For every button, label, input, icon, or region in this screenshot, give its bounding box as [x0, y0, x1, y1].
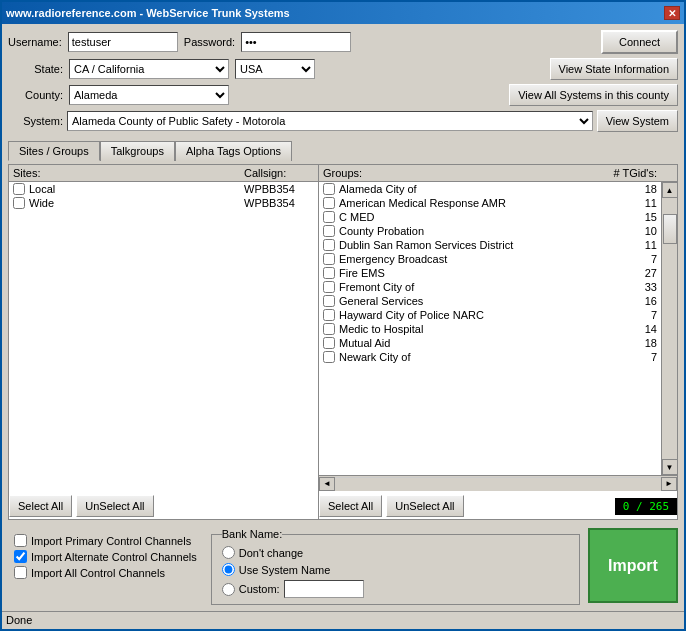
county-label: County: [8, 89, 63, 101]
group-checkbox[interactable] [323, 197, 335, 209]
system-select[interactable]: Alameda County of Public Safety - Motoro… [67, 111, 593, 131]
groups-scrollbar[interactable]: ▲ ▼ [661, 182, 677, 475]
all-channels-label: Import All Control Channels [31, 567, 165, 579]
bank-use-system-radio[interactable] [222, 563, 235, 576]
group-name: Mutual Aid [339, 337, 622, 349]
scroll-thumb[interactable] [663, 214, 677, 244]
group-checkbox[interactable] [323, 253, 335, 265]
group-list-item[interactable]: Newark City of 7 [319, 350, 661, 364]
alternate-channels-label: Import Alternate Control Channels [31, 551, 197, 563]
scroll-down-arrow[interactable]: ▼ [662, 459, 678, 475]
tab-sites-groups[interactable]: Sites / Groups [8, 141, 100, 161]
group-name: Medic to Hospital [339, 323, 622, 335]
username-input[interactable] [68, 32, 178, 52]
group-list-item[interactable]: Hayward City of Police NARC 7 [319, 308, 661, 322]
group-checkbox[interactable] [323, 295, 335, 307]
view-state-button[interactable]: View State Information [550, 58, 678, 80]
state-label: State: [8, 63, 63, 75]
group-tgid: 18 [622, 337, 657, 349]
group-checkbox[interactable] [323, 323, 335, 335]
sites-list: Local WPBB354 Wide WPBB354 [9, 182, 318, 491]
group-tgid: 11 [622, 239, 657, 251]
county-select[interactable]: Alameda [69, 85, 229, 105]
group-tgid: 18 [622, 183, 657, 195]
group-name: Fire EMS [339, 267, 622, 279]
import-options-group: Import Primary Control Channels Import A… [8, 528, 203, 585]
tgid-counter: 0 / 265 [615, 498, 677, 515]
group-list-item[interactable]: Fire EMS 27 [319, 266, 661, 280]
scroll-left-arrow[interactable]: ◄ [319, 477, 335, 491]
group-list-item[interactable]: Dublin San Ramon Services District 11 [319, 238, 661, 252]
groups-unselect-all-button[interactable]: UnSelect All [386, 495, 463, 517]
site-checkbox[interactable] [13, 183, 25, 195]
all-channels-row: Import All Control Channels [14, 566, 197, 579]
group-list-item[interactable]: Medic to Hospital 14 [319, 322, 661, 336]
group-name: Alameda City of [339, 183, 622, 195]
groups-list: Alameda City of 18 American Medical Resp… [319, 182, 661, 475]
site-callsign: WPBB354 [244, 197, 314, 209]
bank-custom-radio[interactable] [222, 583, 235, 596]
group-checkbox[interactable] [323, 337, 335, 349]
sites-unselect-all-button[interactable]: UnSelect All [76, 495, 153, 517]
bank-use-system-row: Use System Name [222, 563, 569, 576]
sites-header: Sites: Callsign: [9, 165, 318, 182]
primary-channels-checkbox[interactable] [14, 534, 27, 547]
group-list-item[interactable]: General Services 16 [319, 294, 661, 308]
group-list-item[interactable]: Mutual Aid 18 [319, 336, 661, 350]
group-checkbox[interactable] [323, 267, 335, 279]
group-checkbox[interactable] [323, 281, 335, 293]
groups-hscrollbar[interactable]: ◄ ► [319, 475, 677, 491]
alternate-channels-row: Import Alternate Control Channels [14, 550, 197, 563]
group-checkbox[interactable] [323, 239, 335, 251]
group-checkbox[interactable] [323, 351, 335, 363]
sites-col-header: Sites: [13, 167, 244, 179]
password-input[interactable] [241, 32, 351, 52]
view-system-button[interactable]: View System [597, 110, 678, 132]
tab-alpha-tags[interactable]: Alpha Tags Options [175, 141, 292, 161]
bank-use-system-label: Use System Name [239, 564, 331, 576]
group-checkbox[interactable] [323, 309, 335, 321]
group-list-item[interactable]: American Medical Response AMR 11 [319, 196, 661, 210]
country-select[interactable]: USA [235, 59, 315, 79]
scroll-up-arrow[interactable]: ▲ [662, 182, 678, 198]
bank-dont-change-radio[interactable] [222, 546, 235, 559]
group-checkbox[interactable] [323, 183, 335, 195]
group-list-item[interactable]: Fremont City of 33 [319, 280, 661, 294]
bank-custom-input[interactable] [284, 580, 364, 598]
window-title: www.radioreference.com - WebService Trun… [6, 7, 290, 19]
group-name: Dublin San Ramon Services District [339, 239, 622, 251]
group-list-item[interactable]: C MED 15 [319, 210, 661, 224]
scroll-right-arrow[interactable]: ► [661, 477, 677, 491]
group-checkbox[interactable] [323, 211, 335, 223]
groups-col-header: Groups: [323, 167, 607, 179]
connect-button[interactable]: Connect [601, 30, 678, 54]
tgid-col-header: # TGid's: [607, 167, 657, 179]
group-tgid: 16 [622, 295, 657, 307]
all-channels-checkbox[interactable] [14, 566, 27, 579]
groups-header: Groups: # TGid's: [319, 165, 677, 182]
close-button[interactable]: ✕ [664, 6, 680, 20]
status-bar: Done [2, 611, 684, 629]
main-window: www.radioreference.com - WebService Trun… [0, 0, 686, 631]
import-button[interactable]: Import [588, 528, 678, 603]
site-list-item[interactable]: Wide WPBB354 [9, 196, 318, 210]
state-row: State: CA / California USA View State In… [8, 58, 678, 80]
state-select[interactable]: CA / California [69, 59, 229, 79]
tab-talkgroups[interactable]: Talkgroups [100, 141, 175, 161]
site-list-item[interactable]: Local WPBB354 [9, 182, 318, 196]
group-tgid: 33 [622, 281, 657, 293]
view-county-button[interactable]: View All Systems in this county [509, 84, 678, 106]
bank-dont-change-label: Don't change [239, 547, 303, 559]
sites-select-all-button[interactable]: Select All [9, 495, 72, 517]
alternate-channels-checkbox[interactable] [14, 550, 27, 563]
group-list-item[interactable]: County Probation 10 [319, 224, 661, 238]
group-list-item[interactable]: Alameda City of 18 [319, 182, 661, 196]
site-checkbox[interactable] [13, 197, 25, 209]
primary-channels-label: Import Primary Control Channels [31, 535, 191, 547]
groups-select-all-button[interactable]: Select All [319, 495, 382, 517]
title-bar: www.radioreference.com - WebService Trun… [2, 2, 684, 24]
group-list-item[interactable]: Emergency Broadcast 7 [319, 252, 661, 266]
bank-custom-label: Custom: [239, 583, 280, 595]
group-name: County Probation [339, 225, 622, 237]
group-checkbox[interactable] [323, 225, 335, 237]
